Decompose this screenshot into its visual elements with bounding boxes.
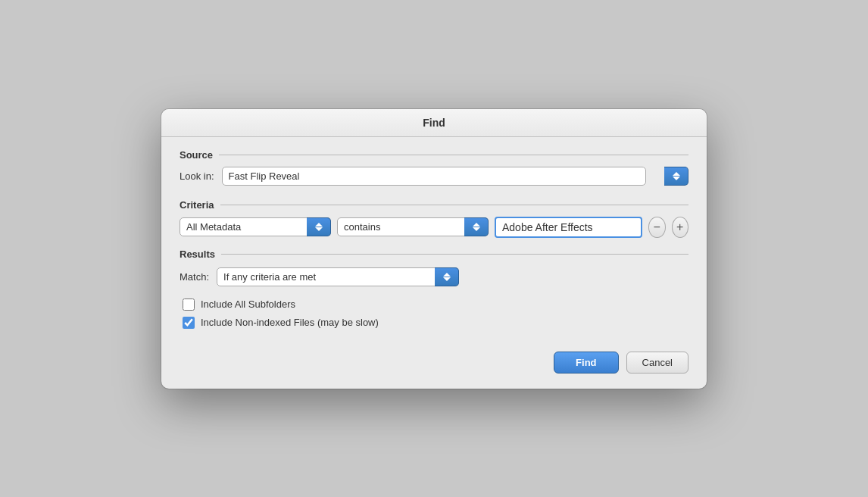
source-label: Source [180,149,213,161]
cancel-button[interactable]: Cancel [626,352,688,374]
match-select[interactable]: If any criteria are met If all criteria … [217,267,459,286]
condition-arrow-down-icon [473,227,480,231]
title-text: Find [423,117,445,129]
condition-arrow-up-icon [473,223,480,227]
results-section: Results Match: If any criteria are met I… [180,248,688,286]
metadata-spinner[interactable] [307,217,331,236]
look-in-label: Look in: [180,170,214,182]
look-in-select[interactable]: Fast Flip Reveal [222,167,646,186]
match-arrow-up-icon [443,273,451,277]
match-spinner[interactable] [435,267,459,286]
metadata-arrow-down-icon [315,227,323,231]
subfolders-label[interactable]: Include All Subfolders [201,299,295,310]
match-wrapper: If any criteria are met If all criteria … [217,267,459,286]
subfolders-row: Include All Subfolders [183,299,688,311]
match-row: Match: If any criteria are met If all cr… [180,267,688,286]
condition-wrapper: contains does not contain starts with en… [337,217,489,236]
metadata-wrapper: All Metadata Name Type Creator [180,217,331,236]
criteria-label: Criteria [180,199,214,211]
checkboxes-section: Include All Subfolders Include Non-index… [183,299,688,329]
arrow-up-icon [673,172,680,176]
match-label: Match: [180,271,209,283]
results-label: Results [180,248,215,260]
footer-buttons: Find Cancel [180,344,688,374]
find-dialog: Find Source Look in: Fast Flip Reveal [161,109,707,389]
condition-spinner[interactable] [464,217,489,236]
nonindexed-checkbox[interactable] [183,317,195,329]
source-divider [219,155,688,155]
add-icon: + [676,221,683,233]
search-text-input[interactable] [495,217,642,238]
remove-criteria-button[interactable]: − [648,217,666,238]
look-in-row: Look in: Fast Flip Reveal [180,167,688,186]
criteria-header: Criteria [180,199,688,211]
nonindexed-row: Include Non-indexed Files (may be slow) [183,317,688,329]
look-in-wrapper: Fast Flip Reveal [222,167,688,186]
remove-icon: − [654,221,660,233]
source-section: Source Look in: Fast Flip Reveal [180,149,688,186]
arrow-down-icon [673,177,680,180]
dialog-title: Find [161,109,707,137]
criteria-section: Criteria All Metadata Name Type Creator [180,199,688,238]
look-in-spinner[interactable] [664,167,688,186]
match-arrow-down-icon [443,277,451,281]
nonindexed-label[interactable]: Include Non-indexed Files (may be slow) [201,317,379,328]
results-header: Results [180,248,688,260]
source-header: Source [180,149,688,161]
criteria-divider [220,205,688,205]
results-divider [221,254,688,255]
subfolders-checkbox[interactable] [183,299,195,311]
find-button[interactable]: Find [554,352,618,374]
dialog-body: Source Look in: Fast Flip Reveal [161,137,707,389]
criteria-row: All Metadata Name Type Creator contains … [180,217,688,238]
metadata-arrow-up-icon [315,223,323,227]
add-criteria-button[interactable]: + [672,217,689,238]
